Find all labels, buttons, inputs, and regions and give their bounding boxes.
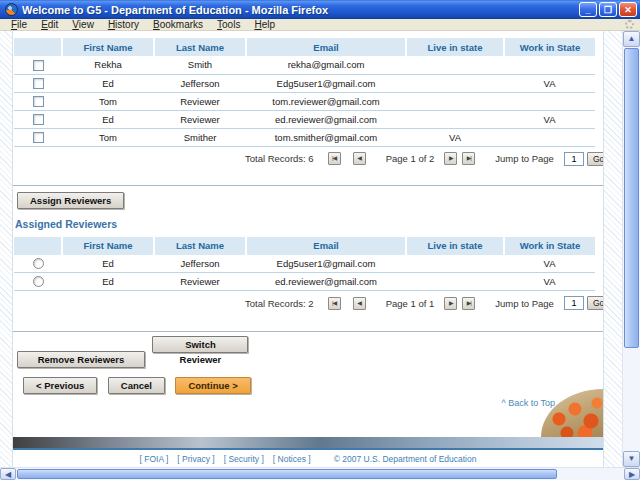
vertical-scroll-thumb[interactable] [624,48,639,348]
cell-last: Reviewer [154,273,246,291]
total-records-label: Total Records: 2 [245,298,314,309]
row-checkbox[interactable] [33,96,44,107]
row-checkbox[interactable] [33,114,44,125]
cell-first: Ed [62,110,154,128]
jump-to-page-label: Jump to Page [495,298,554,309]
page-content: First Name Last Name Email Live in state… [13,31,603,467]
menu-tools[interactable]: Tools [210,19,247,30]
select-cell [14,110,62,128]
table-row: RekhaSmithrekha@gmail.com [14,56,595,74]
menu-view[interactable]: View [65,19,101,30]
cell-email: ed.reviewer@gmail.com [246,273,406,291]
prev-page-button[interactable]: ◀ [353,152,366,165]
previous-button[interactable]: < Previous [23,377,97,394]
table-row: EdReviewered.reviewer@gmail.comVA [14,110,595,128]
cell-first: Ed [62,273,154,291]
continue-button[interactable]: Continue > [175,377,250,394]
footer-link-privacy[interactable]: [ Privacy ] [177,454,214,464]
cell-last: Smith [154,56,246,74]
copyright-text: © 2007 U.S. Department of Education [334,454,477,464]
go-button[interactable]: Go [587,152,603,166]
cell-email: rekha@gmail.com [246,56,406,74]
column-header: Work in State [504,237,595,255]
next-page-button[interactable]: ▶ [444,297,457,310]
row-radio[interactable] [33,276,44,287]
menu-bar: File Edit View History Bookmarks Tools H… [0,19,640,31]
last-page-button[interactable]: ▶| [462,297,475,310]
cell-live [406,255,504,273]
firefox-icon [5,3,18,16]
select-cell [14,255,62,273]
assigned-reviewers-heading: Assigned Reviewers [15,218,603,230]
cell-live [406,56,504,74]
footer-links-bar: [ FOIA ] [ Privacy ] [ Security ] [ Noti… [13,450,603,467]
horizontal-scroll-track[interactable] [16,468,624,480]
scroll-left-icon[interactable]: ◀ [0,468,16,480]
column-header: Email [246,237,406,255]
footer-link-foia[interactable]: [ FOIA ] [140,454,169,464]
first-page-button[interactable]: |◀ [328,297,341,310]
jump-to-page-input[interactable] [564,296,584,310]
cell-work [504,56,595,74]
minimize-button[interactable]: _ [579,2,597,17]
column-header: Last Name [154,38,246,56]
select-cell [14,92,62,110]
table-row: EdJeffersonEdg5user1@gmail.comVA [14,74,595,92]
next-page-button[interactable]: ▶ [444,152,457,165]
row-checkbox[interactable] [33,60,44,71]
page-margin-left [0,31,13,467]
column-header: Email [246,38,406,56]
cell-email: Edg5user1@gmail.com [246,255,406,273]
last-page-button[interactable]: ▶| [462,152,475,165]
prev-page-button[interactable]: ◀ [353,297,366,310]
scroll-right-icon[interactable]: ▶ [624,468,640,480]
maximize-button[interactable]: ❐ [599,2,617,17]
cell-first: Ed [62,74,154,92]
column-header: Live in state [406,237,504,255]
menu-history[interactable]: History [101,19,146,30]
footer-block: [ FOIA ] [ Privacy ] [ Security ] [ Noti… [13,437,603,467]
first-page-button[interactable]: |◀ [328,152,341,165]
go-button[interactable]: Go [587,296,603,310]
footer-link-notices[interactable]: [ Notices ] [273,454,311,464]
remove-reviewers-button[interactable]: Remove Reviewers [17,351,145,368]
column-header: Work in State [504,38,595,56]
cell-last: Reviewer [154,110,246,128]
vertical-scroll-track[interactable] [623,47,640,451]
jump-to-page-label: Jump to Page [495,153,554,164]
assigned-pagination: Total Records: 2 |◀ ◀ Page 1 of 1 ▶ ▶| J… [13,291,603,315]
table-row: EdJeffersonEdg5user1@gmail.comVA [14,255,595,273]
cell-first: Tom [62,92,154,110]
vertical-scrollbar[interactable]: ▲ ▼ [622,31,640,467]
cell-last: Jefferson [154,74,246,92]
page-label: Page 1 of 2 [386,153,435,164]
back-to-top-link[interactable]: ^ Back to Top [501,398,555,408]
menu-file[interactable]: File [4,19,34,30]
row-checkbox[interactable] [33,78,44,89]
menu-bookmarks[interactable]: Bookmarks [146,19,210,30]
column-header: Last Name [154,237,246,255]
cell-live [406,273,504,291]
jump-to-page-input[interactable] [564,152,584,166]
horizontal-scrollbar[interactable]: ◀ ▶ [0,467,640,480]
column-header: First Name [62,237,154,255]
footer-link-security[interactable]: [ Security ] [224,454,264,464]
cell-email: tom.reviewer@gmail.com [246,92,406,110]
close-button[interactable]: ✕ [619,2,637,17]
menu-help[interactable]: Help [247,19,282,30]
cell-last: Reviewer [154,92,246,110]
cancel-button[interactable]: Cancel [108,377,165,394]
horizontal-scroll-thumb[interactable] [17,469,557,479]
cell-work: VA [504,273,595,291]
scroll-down-icon[interactable]: ▼ [623,451,640,467]
cell-first: Rekha [62,56,154,74]
row-checkbox[interactable] [33,132,44,143]
menu-edit[interactable]: Edit [34,19,65,30]
row-radio[interactable] [33,258,44,269]
select-cell [14,74,62,92]
title-bar: Welcome to G5 - Department of Education … [0,0,640,19]
switch-reviewer-button[interactable]: Switch Reviewer [152,336,248,353]
chairs-photo [541,389,603,437]
assign-reviewers-button[interactable]: Assign Reviewers [17,192,124,209]
scroll-up-icon[interactable]: ▲ [623,31,640,47]
